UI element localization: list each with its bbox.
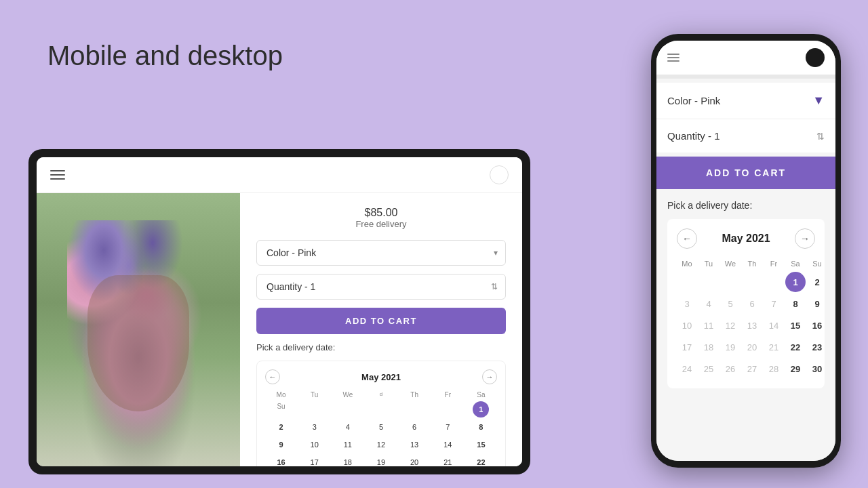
phone-cal-day-4[interactable]: 4: [698, 293, 719, 314]
day-header-we: We: [332, 390, 363, 400]
cal-day-11[interactable]: 11: [340, 436, 356, 453]
tablet-lock-icon: [490, 165, 509, 184]
phone-device: Color - Pink ▼ Quantity - 1 ⇅ ADD TO CAR…: [651, 34, 841, 468]
tablet-content: $85.00 Free delivery Color - Pink Quanti…: [37, 193, 522, 466]
cal-day-7[interactable]: 7: [439, 419, 456, 435]
add-to-cart-button[interactable]: ADD TO CART: [256, 308, 506, 334]
phone-cal-day-18[interactable]: 18: [698, 337, 719, 357]
tablet-screen: $85.00 Free delivery Color - Pink Quanti…: [37, 157, 522, 466]
phone-day-header-mo: Mo: [677, 257, 697, 270]
phone-cal-day-27[interactable]: 27: [742, 359, 762, 379]
quantity-select[interactable]: Quantity - 1: [256, 274, 506, 300]
phone-camera: [806, 48, 825, 67]
cal-day-12[interactable]: 12: [373, 436, 389, 453]
cal-day-15[interactable]: 15: [473, 436, 489, 453]
cal-day-empty: [340, 401, 356, 418]
phone-cal-day-2[interactable]: 2: [807, 272, 827, 292]
phone-cal-empty: [720, 272, 741, 292]
color-select[interactable]: Color - Pink: [256, 240, 506, 266]
cal-day-22[interactable]: 22: [473, 454, 489, 466]
phone-cal-day-9[interactable]: 9: [807, 293, 827, 314]
phone-hamburger-icon[interactable]: [667, 54, 679, 62]
phone-cal-day-25[interactable]: 25: [698, 359, 719, 379]
cal-day-2[interactable]: 2: [273, 419, 290, 435]
phone-color-select[interactable]: Color - Pink ▼: [656, 83, 835, 119]
phone-cal-day-22[interactable]: 22: [785, 337, 806, 357]
cal-day-18[interactable]: 18: [340, 454, 356, 466]
phone-cal-day-11[interactable]: 11: [698, 315, 719, 336]
cal-day-1[interactable]: 1: [473, 401, 489, 418]
phone-cal-day-14[interactable]: 14: [764, 315, 784, 336]
phone-cal-day-19[interactable]: 19: [720, 337, 741, 357]
phone-cal-day-13[interactable]: 13: [742, 315, 762, 336]
tablet-calendar: ← May 2021 → Mo Tu We d Th Fr Sa Su: [256, 361, 506, 466]
phone-delivery-date-label: Pick a delivery date:: [667, 200, 825, 211]
phone-cal-day-1[interactable]: 1: [785, 272, 806, 292]
phone-content: Color - Pink ▼ Quantity - 1 ⇅ ADD TO CAR…: [656, 79, 835, 461]
phone-cal-day-7[interactable]: 7: [764, 293, 784, 314]
phone-cal-day-15[interactable]: 15: [785, 315, 806, 336]
cal-day-empty: [373, 401, 389, 418]
color-select-wrapper[interactable]: Color - Pink: [256, 240, 506, 266]
phone-day-header-th: Th: [742, 257, 762, 270]
phone-add-to-cart-button[interactable]: ADD TO CART: [656, 157, 835, 189]
phone-cal-empty: [698, 272, 719, 292]
hamburger-menu-icon[interactable]: [50, 170, 65, 180]
phone-cal-day-10[interactable]: 10: [677, 315, 697, 336]
phone-color-label: Color - Pink: [667, 95, 720, 106]
calendar-next-button[interactable]: →: [482, 369, 497, 384]
tablet-toolbar: [37, 157, 522, 193]
cal-day-19[interactable]: 19: [373, 454, 389, 466]
phone-cal-day-5[interactable]: 5: [720, 293, 741, 314]
phone-cal-day-30[interactable]: 30: [807, 359, 827, 379]
cal-day-13[interactable]: 13: [406, 436, 422, 453]
quantity-select-wrapper[interactable]: Quantity - 1: [256, 274, 506, 300]
phone-cal-day-16[interactable]: 16: [807, 315, 827, 336]
page-title: Mobile and desktop: [47, 41, 283, 71]
phone-cal-day-3[interactable]: 3: [677, 293, 697, 314]
cal-day-21[interactable]: 21: [439, 454, 456, 466]
cal-day-10[interactable]: 10: [307, 436, 323, 453]
phone-cal-day-20[interactable]: 20: [742, 337, 762, 357]
cal-day-4[interactable]: 4: [340, 419, 356, 435]
cal-day-6[interactable]: 6: [406, 419, 422, 435]
phone-calendar-next-button[interactable]: →: [795, 228, 815, 249]
cal-day-empty: [307, 401, 323, 418]
cal-day-14[interactable]: 14: [439, 436, 456, 453]
phone-cal-empty: [742, 272, 762, 292]
phone-calendar-month: May 2021: [722, 232, 770, 245]
phone-quantity-select[interactable]: Quantity - 1 ⇅: [656, 119, 835, 152]
calendar-header: ← May 2021 →: [265, 369, 497, 384]
phone-screen: Color - Pink ▼ Quantity - 1 ⇅ ADD TO CAR…: [656, 41, 835, 461]
phone-cal-day-26[interactable]: 26: [720, 359, 741, 379]
phone-cal-day-24[interactable]: 24: [677, 359, 697, 379]
phone-cal-day-12[interactable]: 12: [720, 315, 741, 336]
cal-day-3[interactable]: 3: [307, 419, 323, 435]
cal-day-16[interactable]: 16: [273, 454, 290, 466]
phone-cal-day-21[interactable]: 21: [764, 337, 784, 357]
phone-cal-day-8[interactable]: 8: [785, 293, 806, 314]
phone-cal-day-29[interactable]: 29: [785, 359, 806, 379]
phone-calendar-prev-button[interactable]: ←: [677, 228, 697, 249]
phone-cal-day-17[interactable]: 17: [677, 337, 697, 357]
phone-cal-day-6[interactable]: 6: [742, 293, 762, 314]
price-amount: $85.00: [256, 207, 506, 219]
cal-day-empty: [439, 401, 456, 418]
phone-cal-empty: [677, 272, 697, 292]
phone-cal-day-23[interactable]: 23: [807, 337, 827, 357]
calendar-prev-button[interactable]: ←: [265, 369, 280, 384]
tablet-device: $85.00 Free delivery Color - Pink Quanti…: [28, 149, 530, 474]
cal-day-5[interactable]: 5: [373, 419, 389, 435]
phone-quantity-label: Quantity - 1: [667, 130, 720, 142]
cal-day-17[interactable]: 17: [307, 454, 323, 466]
cal-day-empty: [406, 401, 422, 418]
cal-day-8[interactable]: 8: [473, 419, 489, 435]
cal-day-9[interactable]: 9: [273, 436, 290, 453]
delivery-date-label: Pick a delivery date:: [256, 342, 506, 352]
phone-cal-day-28[interactable]: 28: [764, 359, 784, 379]
phone-color-section: Color - Pink ▼ Quantity - 1 ⇅: [656, 83, 835, 152]
calendar-month: May 2021: [361, 372, 401, 382]
cal-day-20[interactable]: 20: [406, 454, 422, 466]
phone-day-header-su: Su: [807, 257, 827, 270]
phone-day-header-fr: Fr: [764, 257, 784, 270]
